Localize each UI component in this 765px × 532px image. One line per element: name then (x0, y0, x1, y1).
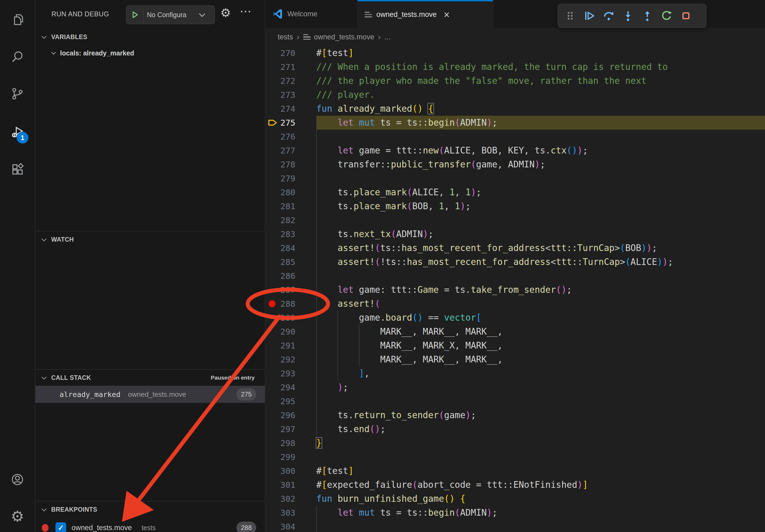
gutter-margin[interactable] (268, 213, 279, 227)
code-line[interactable]: 279 (265, 171, 765, 185)
line-number[interactable]: 285 (279, 257, 296, 267)
gutter-margin[interactable] (268, 143, 279, 157)
code-line[interactable]: 299 (265, 450, 765, 464)
code-line[interactable]: 281 ts.place_mark(BOB, 1, 1); (265, 199, 765, 213)
code-line-text[interactable]: ts.end(); (316, 422, 765, 436)
breakpoints-section-header[interactable]: BREAKPOINTS (35, 502, 265, 516)
code-line-text[interactable] (316, 520, 765, 532)
code-line[interactable]: 298} (265, 436, 765, 450)
gutter-margin[interactable] (268, 492, 279, 506)
tab-owned-tests[interactable]: owned_tests.move × (358, 0, 493, 28)
line-number[interactable]: 272 (279, 76, 296, 86)
code-line-text[interactable] (316, 269, 765, 283)
code-line[interactable]: 294 ); (265, 381, 765, 394)
line-number[interactable]: 283 (279, 229, 296, 239)
line-number[interactable]: 304 (279, 522, 296, 531)
code-line[interactable]: 270#[test] (265, 46, 765, 60)
line-number[interactable]: 281 (279, 201, 296, 211)
code-line-text[interactable]: ts.place_mark(ALICE, 1, 1); (316, 185, 765, 199)
code-line[interactable]: 283 ts.next_tx(ADMIN); (265, 227, 765, 241)
code-line[interactable]: 277 let game = ttt::new(ALICE, BOB, KEY,… (265, 143, 765, 157)
code-line[interactable]: 297 ts.end(); (265, 422, 765, 436)
code-line-text[interactable]: ); (316, 381, 765, 394)
gutter-margin[interactable] (268, 436, 279, 450)
line-number[interactable]: 284 (279, 243, 296, 253)
code-line-text[interactable]: assert!( (316, 297, 765, 311)
gutter-margin[interactable] (268, 339, 279, 353)
code-line-text[interactable]: /// the player who made the "false" move… (316, 74, 765, 88)
breakpoint-dot-icon[interactable] (269, 300, 276, 307)
code-line-text[interactable]: /// player. (316, 88, 765, 102)
line-number[interactable]: 282 (279, 215, 296, 225)
extensions-icon[interactable] (9, 161, 25, 177)
gutter-margin[interactable] (268, 269, 279, 283)
step-over-icon[interactable] (599, 6, 618, 25)
line-number[interactable]: 303 (279, 508, 296, 518)
code-line[interactable]: 295 (265, 394, 765, 408)
locals-scope-row[interactable]: locals: already_marked (35, 46, 265, 60)
line-number[interactable]: 292 (279, 355, 296, 364)
code-line[interactable]: 296 ts.return_to_sender(game); (265, 408, 765, 422)
code-line-text[interactable]: /// When a position is already marked, t… (316, 60, 765, 74)
line-number[interactable]: 293 (279, 369, 296, 378)
code-line[interactable]: 272/// the player who made the "false" m… (265, 74, 765, 88)
gutter-margin[interactable] (268, 325, 279, 339)
line-number[interactable]: 270 (279, 48, 296, 58)
breakpoint-checkbox[interactable]: ✓ (56, 522, 66, 532)
code-line-text[interactable]: MARK__, MARK__, MARK__, (316, 325, 765, 339)
breadcrumb-item[interactable]: tests (278, 33, 293, 41)
gutter-margin[interactable] (268, 46, 279, 60)
line-number[interactable]: 277 (279, 146, 296, 155)
code-line-text[interactable]: #[test] (316, 464, 765, 478)
line-number[interactable]: 271 (279, 62, 296, 72)
code-line[interactable]: 291 MARK__, MARK_X, MARK__, (265, 339, 765, 353)
code-line-text[interactable]: let mut ts = ts::begin(ADMIN); (316, 116, 765, 130)
call-stack-section-header[interactable]: CALL STACK Paused on entry (35, 371, 265, 385)
line-number[interactable]: 298 (279, 438, 296, 448)
code-line[interactable]: 284 assert!(ts::has_most_recent_for_addr… (265, 241, 765, 255)
line-number[interactable]: 295 (279, 397, 296, 406)
code-line-text[interactable] (316, 213, 765, 227)
call-stack-frame-row[interactable]: already_marked owned_tests.move 275 (35, 386, 265, 403)
code-line[interactable]: 273/// player. (265, 88, 765, 102)
code-line[interactable]: 303 let mut ts = ts::begin(ADMIN); (265, 506, 765, 520)
line-number[interactable]: 274 (279, 104, 296, 114)
line-number[interactable]: 273 (279, 90, 296, 100)
source-control-icon[interactable] (9, 86, 25, 102)
account-icon[interactable] (9, 471, 25, 487)
code-line-text[interactable] (316, 130, 765, 143)
line-number[interactable]: 290 (279, 327, 296, 337)
code-line[interactable]: 280 ts.place_mark(ALICE, 1, 1); (265, 185, 765, 199)
line-number[interactable]: 301 (279, 480, 296, 490)
code-line-text[interactable]: assert!(!ts::has_most_recent_for_address… (316, 255, 765, 269)
gutter-margin[interactable] (268, 157, 279, 171)
line-number[interactable]: 294 (279, 383, 296, 392)
gutter-margin[interactable] (268, 450, 279, 464)
close-icon[interactable]: × (443, 10, 449, 20)
explorer-icon[interactable] (9, 11, 25, 27)
line-number[interactable]: 278 (279, 160, 296, 169)
line-number[interactable]: 287 (279, 285, 296, 295)
code-line[interactable]: 286 (265, 269, 765, 283)
code-line[interactable]: 276 (265, 130, 765, 143)
tab-welcome[interactable]: Welcome (265, 0, 358, 28)
code-line-text[interactable]: MARK__, MARK_X, MARK__, (316, 339, 765, 353)
line-number[interactable]: 276 (279, 132, 296, 141)
code-line-text[interactable]: ts.next_tx(ADMIN); (316, 227, 765, 241)
code-line[interactable]: 301#[expected_failure(abort_code = ttt::… (265, 478, 765, 492)
debug-settings-gear-icon[interactable]: ⚙ (220, 7, 231, 19)
line-number[interactable]: 299 (279, 452, 296, 462)
breakpoint-list-item[interactable]: ✓ owned_tests.move tests 288 (35, 520, 265, 532)
code-line-text[interactable]: let game = ttt::new(ALICE, BOB, KEY, ts.… (316, 143, 765, 157)
gutter-margin[interactable] (268, 88, 279, 102)
search-icon[interactable] (9, 49, 25, 65)
code-line-text[interactable]: fun already_marked() { (316, 102, 765, 116)
code-line[interactable]: 290 MARK__, MARK__, MARK__, (265, 325, 765, 339)
step-into-icon[interactable] (618, 6, 638, 25)
watch-section-header[interactable]: WATCH (35, 232, 265, 246)
code-line-text[interactable]: } (316, 436, 765, 450)
variables-section-header[interactable]: VARIABLES (35, 30, 265, 44)
line-number[interactable]: 302 (279, 494, 296, 504)
gutter-margin[interactable] (268, 311, 279, 325)
gutter-margin[interactable] (268, 241, 279, 255)
